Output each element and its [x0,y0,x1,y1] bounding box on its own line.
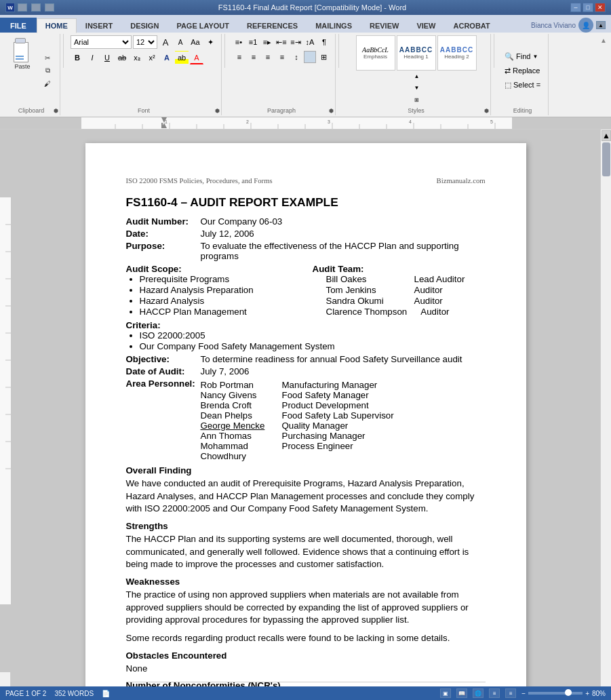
audit-team-list: Bill Oakes Lead Auditor Tom Jenkins Audi… [326,274,486,317]
full-reading-btn[interactable]: 📖 [456,688,467,698]
clipboard-expand-icon[interactable]: ⬢ [54,108,58,114]
svg-rect-28 [0,604,11,672]
style-heading2[interactable]: AABBCC Heading 2 [437,35,477,71]
find-btn[interactable]: 🔍 Find ▼ [501,50,541,62]
scope-item-3: Hazard Analysis [140,296,299,306]
cut-btn[interactable]: ✂ [39,52,56,64]
bold-btn[interactable]: B [71,51,84,64]
copy-btn[interactable]: ⧉ [39,64,56,77]
numbering-btn[interactable]: ≡1 [246,35,260,49]
subscript-btn[interactable]: x₂ [130,51,144,64]
paste-button[interactable]: Paste [7,35,38,71]
tab-page-layout[interactable]: PAGE LAYOUT [167,18,238,33]
change-case-btn[interactable]: Aa [189,35,202,49]
styles-up-btn[interactable]: ▲ [410,71,424,82]
user-name: Bianca Viviano [531,22,576,29]
zoom-level[interactable]: 80% [592,690,606,697]
decrease-indent-btn[interactable]: ⇤≡ [275,35,288,49]
zoom-out-btn[interactable]: − [521,690,526,697]
find-dropdown-icon[interactable]: ▼ [532,54,538,60]
ap-name-7: MohammadChowdhury [201,441,282,461]
styles-more-btn[interactable]: ⊞ [410,94,424,106]
tab-file[interactable]: FILE [0,18,37,33]
svg-rect-0 [0,117,81,130]
style-emphasis[interactable]: AaBbCcL Emphasis [356,35,395,71]
undo-btn[interactable] [31,3,41,12]
ribbon-collapse-btn[interactable]: ▲ [599,34,608,115]
ribbon-toggle-btn[interactable]: ▲ [596,21,606,29]
close-btn[interactable]: ✕ [595,3,606,12]
bullets-btn[interactable]: ≡• [232,35,245,49]
tab-mailings[interactable]: MAILINGS [307,18,361,33]
title-bar: W FS1160-4 Final Audit Report [Compatibi… [0,0,611,15]
format-painter-btn[interactable]: 🖌 [39,77,56,90]
paragraph-group: ≡• ≡1 ≡▸ ⇤≡ ≡⇥ ↕A ¶ ≡ ≡ ≡ ≡ ↕ ⊞ Paragrap… [228,34,336,115]
strikethrough-btn[interactable]: ab [115,51,129,64]
multilevel-btn[interactable]: ≡▸ [260,35,274,49]
tab-review[interactable]: REVIEW [361,18,408,33]
grow-font-btn[interactable]: A [159,35,172,49]
sort-btn[interactable]: ↕A [303,35,317,49]
draft-btn[interactable]: ≡ [505,688,516,698]
styles-down-btn[interactable]: ▼ [410,82,424,94]
scope-item-1: Prerequisite Programs [140,274,299,284]
scrollbar-right[interactable]: ▲ ▼ [600,130,611,700]
print-layout-btn[interactable]: ▣ [440,688,451,698]
overall-finding-body: We have conducted an audit of Prerequisi… [126,478,486,516]
clipboard-group: Paste ✂ ⧉ 🖌 Clipboard ⬢ [3,34,60,115]
font-expand-icon[interactable]: ⬢ [215,108,220,114]
objective-value: To determine readiness for annual Food S… [201,354,462,364]
font-size-select[interactable]: 12 [133,35,157,49]
font-color-btn[interactable]: A [190,51,203,64]
tab-view[interactable]: VIEW [408,18,444,33]
font-name-select[interactable]: Arial [71,35,132,49]
objective-row: Objective: To determine readiness for an… [126,354,486,364]
ap-name-4: Dean Phelps [201,410,282,421]
select-btn[interactable]: ⬚ Select = [501,79,544,91]
highlight-btn[interactable]: ab [175,51,189,64]
align-right-btn[interactable]: ≡ [261,50,275,64]
justify-btn[interactable]: ≡ [275,50,289,64]
replace-btn[interactable]: ⇄ Replace [501,64,543,77]
user-avatar[interactable]: 👤 [578,18,593,33]
text-effects-btn[interactable]: A [160,51,174,64]
quick-save-btn[interactable] [18,3,27,12]
paragraph-label: Paragraph [267,106,296,114]
scope-item-2: Hazard Analysis Preparation [140,285,299,295]
line-spacing-btn[interactable]: ↕ [290,50,303,64]
clear-format-btn[interactable]: ✦ [203,35,217,49]
increase-indent-btn[interactable]: ≡⇥ [289,35,302,49]
tab-references[interactable]: REFERENCES [238,18,307,33]
underline-btn[interactable]: U [100,51,114,64]
maximize-btn[interactable]: □ [583,3,593,12]
tab-acrobat[interactable]: ACROBAT [445,18,499,33]
zoom-in-btn[interactable]: + [585,690,589,697]
borders-btn[interactable]: ⊞ [317,50,330,64]
scroll-thumb[interactable] [602,142,610,176]
superscript-btn[interactable]: x² [145,51,159,64]
tab-design[interactable]: DESIGN [121,18,167,33]
scope-team-section: Audit Scope: Prerequisite Programs Hazar… [126,264,486,317]
web-layout-btn[interactable]: 🌐 [473,688,484,698]
para-expand-icon[interactable]: ⬢ [329,108,334,114]
scroll-up-btn[interactable]: ▲ [602,130,611,141]
styles-expand-icon[interactable]: ⬢ [484,108,489,114]
italic-btn[interactable]: I [85,51,99,64]
status-bar: PAGE 1 OF 2 352 WORDS 📄 ▣ 📖 🌐 ≡ ≡ − + 80… [0,686,611,700]
obstacles-title: Obstacles Encountered [126,650,486,661]
redo-btn[interactable] [45,3,54,12]
show-hide-btn[interactable]: ¶ [317,35,331,49]
style-heading1[interactable]: AABBCC Heading 1 [397,35,436,71]
shrink-font-btn[interactable]: A [174,35,187,49]
outline-btn[interactable]: ≡ [489,688,500,698]
tab-home[interactable]: HOME [37,18,77,33]
team-member-1: Bill Oakes Lead Auditor [326,274,486,284]
minimize-btn[interactable]: – [570,3,581,12]
align-left-btn[interactable]: ≡ [233,50,246,64]
weaknesses-body1: The practice of using non approved suppl… [126,589,486,627]
tab-insert[interactable]: INSERT [77,18,121,33]
zoom-slider[interactable] [528,692,583,695]
shading-btn[interactable] [304,51,316,63]
audit-scope-col: Audit Scope: Prerequisite Programs Hazar… [126,264,299,317]
align-center-btn[interactable]: ≡ [247,50,260,64]
